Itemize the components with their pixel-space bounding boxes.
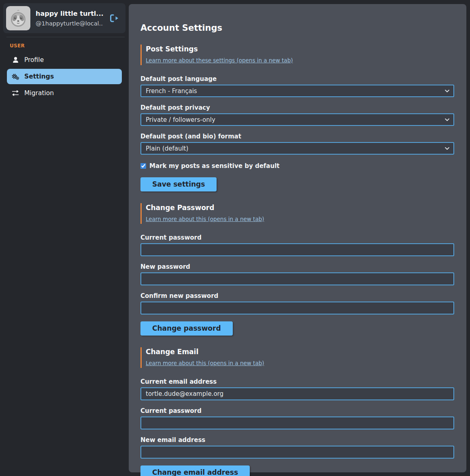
gears-icon [12,73,19,80]
new-email-label: New email address [140,436,454,444]
page-title: Account Settings [140,23,454,33]
confirm-new-password-input[interactable] [140,302,454,314]
sign-out-icon [109,14,119,23]
change-password-heading: Change Password [146,204,454,212]
current-password-label: Current password [140,234,454,241]
current-email-field: Current email address [140,378,454,400]
sidebar-item-profile[interactable]: Profile [7,52,122,68]
sidebar-item-label: Migration [24,89,54,97]
sidebar: happy little turtl... @1happyturtle@loca… [0,0,129,476]
sensitive-by-default-row[interactable]: Mark my posts as sensitive by default [140,162,454,170]
default-post-privacy-field: Default post privacy Private / followers… [140,104,454,126]
default-post-privacy-select[interactable]: Private / followers-only [140,113,454,126]
sidebar-divider [6,37,125,37]
current-email-label: Current email address [140,378,454,385]
default-post-language-select[interactable]: French - Français [140,85,454,97]
logout-button[interactable] [108,13,120,23]
post-settings-heading: Post Settings [146,45,454,53]
sidebar-item-migration[interactable]: Migration [7,85,122,101]
account-handle: @1happyturtle@local... [36,20,103,27]
new-password-input[interactable] [140,272,454,285]
display-name: happy little turtl... [36,10,103,17]
default-post-format-field: Default post (and bio) format Plain (def… [140,133,454,155]
exchange-arrows-icon [12,90,19,96]
email-current-password-label: Current password [140,407,454,414]
new-password-label: New password [140,263,454,270]
default-post-language-label: Default post language [140,75,454,83]
sensitive-by-default-label: Mark my posts as sensitive by default [149,162,279,170]
change-password-section-header: Change Password Learn more about this (o… [140,203,454,224]
user-card: happy little turtl... @1happyturtle@loca… [3,3,125,33]
sidebar-item-label: Settings [24,73,54,80]
sidebar-section-user: USER [3,39,125,51]
default-post-format-label: Default post (and bio) format [140,133,454,140]
confirm-new-password-label: Confirm new password [140,292,454,300]
current-email-input[interactable] [140,387,454,400]
confirm-new-password-field: Confirm new password [140,292,454,314]
email-current-password-input[interactable] [140,416,454,429]
change-password-button[interactable]: Change password [140,321,233,336]
avatar [6,6,30,30]
save-settings-button[interactable]: Save settings [140,177,217,191]
default-post-format-select[interactable]: Plain (default) [140,142,454,155]
change-email-learn-more-link[interactable]: Learn more about this (opens in a new ta… [146,360,264,366]
default-post-language-field: Default post language French - Français [140,75,454,97]
post-settings-section-header: Post Settings Learn more about these set… [140,45,454,65]
current-password-field: Current password [140,234,454,256]
sidebar-item-label: Profile [24,56,44,64]
new-email-input[interactable] [140,446,454,459]
sidebar-nav: Profile Settings [3,52,125,101]
change-email-heading: Change Email [146,348,454,356]
post-settings-learn-more-link[interactable]: Learn more about these settings (opens i… [146,57,293,64]
sidebar-item-settings[interactable]: Settings [7,69,122,84]
email-current-password-field: Current password [140,407,454,429]
new-password-field: New password [140,263,454,285]
current-password-input[interactable] [140,243,454,256]
user-icon [12,57,19,63]
sensitive-by-default-checkbox[interactable] [140,163,146,169]
user-meta: happy little turtl... @1happyturtle@loca… [36,10,103,27]
change-password-learn-more-link[interactable]: Learn more about this (opens in a new ta… [146,216,264,222]
settings-panel: Account Settings Post Settings Learn mor… [129,4,466,472]
change-email-section-header: Change Email Learn more about this (open… [140,347,454,368]
sloth-avatar-image [6,6,30,30]
app-root: happy little turtl... @1happyturtle@loca… [0,0,470,476]
default-post-privacy-label: Default post privacy [140,104,454,111]
change-email-button[interactable]: Change email address [140,465,250,476]
new-email-field: New email address [140,436,454,459]
